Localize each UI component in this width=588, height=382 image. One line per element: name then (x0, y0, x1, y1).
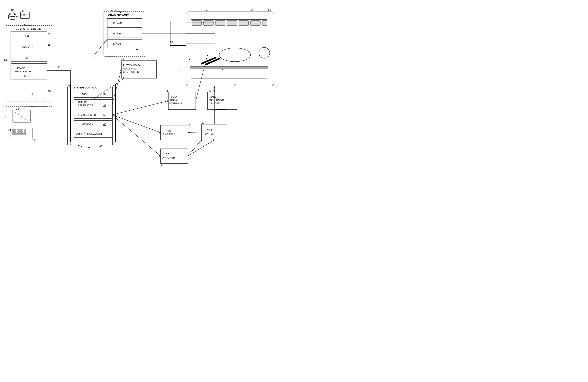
tr-switch-label2: SWITCH (205, 133, 214, 135)
ref-22: 22 (23, 74, 26, 77)
gradient-amps-label: GRADIENT AMPS (108, 14, 129, 17)
ref-50: 50 (170, 41, 173, 44)
svg-rect-49 (104, 11, 145, 56)
ref-56: 56 (268, 9, 271, 11)
svg-marker-43 (70, 96, 71, 98)
svg-rect-21 (12, 130, 14, 131)
ref-14: 14 (8, 129, 11, 131)
svg-rect-93 (190, 20, 268, 78)
scan-room-label2: ROOM (170, 99, 178, 101)
physio-label2: ACQUISITION (123, 67, 138, 70)
svg-point-8 (24, 14, 26, 16)
svg-marker-130 (88, 147, 90, 149)
pre-amp-label1: PRE- (166, 129, 172, 132)
ref-20a: 20a (3, 59, 7, 61)
svg-rect-28 (15, 132, 16, 133)
ref-66: 66 (103, 123, 106, 126)
cpu-main-label: CPU (23, 34, 29, 37)
svg-rect-30 (19, 132, 21, 133)
svg-marker-69 (120, 69, 122, 71)
svg-rect-15 (11, 53, 47, 62)
svg-marker-67 (136, 48, 138, 50)
ref-12: 12 (3, 115, 6, 118)
memory-main-label: MEMORY (21, 45, 33, 48)
pre-amp-label2: AMPLIFIER (163, 133, 175, 136)
ref-48: 48 (209, 89, 211, 92)
ref-42: 42 (111, 9, 113, 12)
svg-rect-99 (251, 20, 260, 25)
svg-rect-54 (107, 39, 142, 48)
svg-marker-51 (120, 11, 121, 13)
gx-amp-label: G (113, 42, 115, 45)
svg-line-68 (112, 69, 121, 104)
ref-40: 40 (69, 143, 72, 145)
svg-rect-27 (12, 132, 14, 133)
gy-sub: Y (115, 32, 117, 34)
ref-18: 18 (48, 90, 51, 93)
svg-rect-33 (12, 133, 25, 135)
ref-64: 64 (189, 124, 191, 127)
ref-36: 36 (103, 92, 106, 95)
scan-room-label3: INTERFACE (169, 102, 182, 105)
svg-rect-98 (239, 20, 249, 25)
svg-point-3 (8, 17, 17, 20)
svg-line-118 (188, 140, 214, 156)
svg-marker-37 (31, 106, 33, 107)
transceiver-label: TRANSCEIVER (78, 114, 96, 117)
gx-sub: X (115, 42, 117, 44)
gy-amp-label: G (113, 32, 115, 35)
ref-58: 58 (103, 114, 106, 117)
svg-rect-29 (17, 132, 18, 133)
svg-rect-79 (202, 124, 227, 140)
image-processor-label2: PROCESSOR (15, 70, 32, 73)
svg-marker-11 (24, 24, 26, 25)
ref-62: 62 (202, 121, 204, 124)
patient-pos-label2: POSITIONING (209, 99, 224, 101)
ref-20-label: 20 (25, 56, 28, 59)
ref-10: 10 (11, 8, 14, 11)
cpu-sc-label: CPU (82, 92, 87, 95)
pulse-gen-label2: GENERATOR (78, 104, 93, 107)
svg-marker-73 (167, 100, 168, 102)
svg-rect-6 (21, 12, 29, 19)
ref-46: 46 (165, 89, 168, 92)
patient-pos-label1: PATIENT (210, 96, 220, 98)
ref-60: 60 (161, 164, 163, 166)
svg-line-124 (113, 142, 115, 145)
svg-rect-97 (227, 20, 237, 25)
svg-rect-32 (24, 132, 25, 133)
ref-68: 68 (99, 145, 102, 148)
ref-13: 13 (32, 139, 35, 141)
ref-32a: 32a (78, 145, 82, 148)
physio-label1: PHYSIOLOGICAL (123, 64, 142, 67)
svg-line-86 (188, 140, 202, 156)
svg-rect-24 (19, 130, 21, 131)
ref-26: 26 (48, 43, 50, 46)
svg-rect-80 (161, 149, 188, 163)
svg-rect-23 (17, 130, 18, 131)
ref-34: 34 (58, 65, 61, 68)
ref-44: 44 (121, 58, 124, 61)
svg-rect-26 (24, 130, 25, 131)
svg-rect-25 (21, 130, 23, 131)
svg-rect-22 (15, 130, 16, 131)
svg-marker-39 (31, 93, 33, 95)
svg-line-88 (112, 115, 161, 133)
svg-marker-64 (106, 39, 107, 41)
rf-amp-label2: AMPLIFIER (163, 156, 175, 159)
physio-label3: CONTROLLER (123, 71, 139, 73)
ref-28: 28 (9, 13, 11, 16)
ref-30: 30 (21, 10, 24, 12)
svg-rect-78 (161, 125, 188, 140)
svg-rect-52 (107, 19, 142, 27)
svg-line-81 (188, 132, 202, 133)
svg-line-90 (112, 115, 161, 156)
svg-marker-75 (207, 55, 208, 56)
svg-line-116 (174, 59, 190, 74)
svg-line-72 (112, 101, 168, 115)
pulse-gen-label: PULSE (78, 101, 87, 104)
gy-amp-label2: AMP (117, 32, 123, 35)
svg-marker-114 (234, 84, 236, 86)
svg-rect-31 (21, 132, 23, 133)
svg-line-0 (12, 11, 15, 14)
